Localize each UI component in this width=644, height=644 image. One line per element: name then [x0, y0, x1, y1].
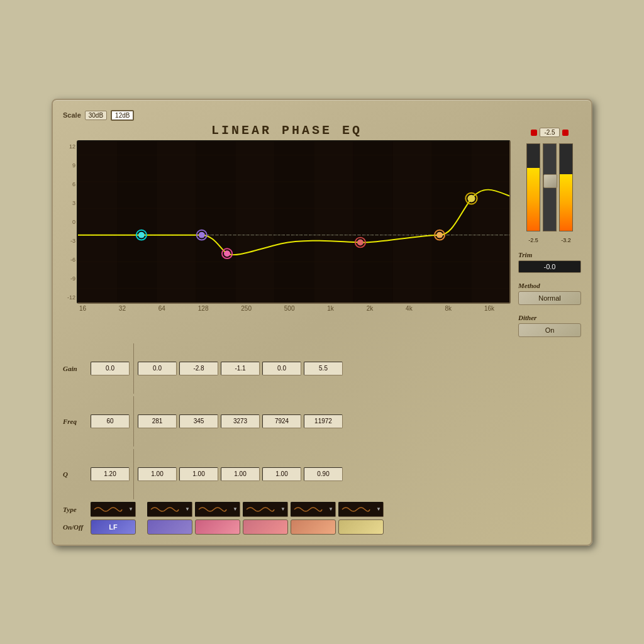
freq-128: 128 [198, 305, 209, 312]
type-label: Type [63, 506, 88, 513]
type-band3[interactable]: ▼ [195, 502, 240, 517]
method-label: Method [518, 282, 581, 289]
svg-rect-2 [118, 142, 157, 303]
type-band2[interactable]: ▼ [147, 502, 192, 517]
dither-button[interactable]: On [518, 323, 581, 337]
db-n12: -12 [63, 294, 75, 301]
controls-section: Gain Freq Q [63, 343, 581, 535]
method-section: Method Normal [518, 282, 581, 305]
type-band6[interactable]: ▼ [338, 502, 384, 517]
band-controls: Gain Freq Q [63, 343, 581, 535]
type-band1[interactable]: ▼ [91, 502, 136, 517]
type-band5[interactable]: ▼ [291, 502, 336, 517]
onoff-band3[interactable] [195, 519, 240, 535]
db-0: 0 [63, 219, 75, 225]
trim-value[interactable]: -0.0 [518, 260, 581, 273]
left-meter-num: -2.5 [526, 237, 540, 243]
freq-band4[interactable] [221, 414, 260, 428]
fader-thumb[interactable] [543, 174, 557, 188]
svg-rect-6 [275, 142, 314, 303]
onoff-band2[interactable] [147, 519, 192, 535]
right-meter-fill [560, 174, 572, 231]
freq-1k: 1k [327, 305, 334, 312]
q-band3[interactable] [179, 467, 218, 481]
svg-rect-3 [157, 142, 196, 303]
freq-row: Freq [63, 396, 581, 447]
freq-band3[interactable] [179, 414, 218, 428]
type-arrow2: ▼ [185, 506, 190, 512]
q-band2[interactable] [138, 467, 177, 481]
eq-with-labels: 12 9 6 3 0 -3 -6 -9 -12 [63, 140, 511, 304]
svg-rect-7 [314, 142, 353, 303]
left-meter-track [526, 143, 540, 231]
svg-rect-9 [392, 142, 432, 303]
left-clip-indicator [531, 130, 537, 136]
dither-label: Dither [518, 314, 581, 321]
gain-band1[interactable] [91, 362, 130, 375]
right-clip-indicator [562, 130, 569, 136]
q-band6[interactable] [304, 467, 343, 481]
scale-30db-btn[interactable]: 30dB [85, 111, 107, 120]
db-12: 12 [63, 143, 75, 150]
svg-rect-4 [196, 142, 236, 303]
q-label: Q [63, 470, 88, 478]
q-band5[interactable] [262, 467, 301, 481]
svg-point-28 [436, 231, 443, 238]
q-band4[interactable] [221, 467, 260, 481]
freq-labels: 16 32 64 128 250 500 1k 2k 4k 8k 16k [63, 304, 511, 313]
eq-section: Scale 30dB 12dB LINEAR PHASE EQ 12 9 6 3… [63, 110, 511, 313]
db-n9: -9 [63, 275, 75, 282]
freq-32: 32 [119, 305, 126, 312]
onoff-label: On/Off [63, 523, 88, 531]
freq-2k: 2k [367, 305, 374, 312]
type-band4[interactable]: ▼ [243, 502, 288, 517]
freq-label: Freq [63, 418, 88, 425]
separator1 [133, 343, 134, 394]
scale-12db-btn[interactable]: 12dB [111, 110, 134, 121]
svg-rect-8 [353, 142, 393, 303]
gain-band4[interactable] [221, 362, 260, 375]
eq-display[interactable] [77, 140, 511, 304]
left-meter-value: -2.5 [540, 128, 559, 137]
onoff-band5[interactable] [291, 519, 336, 535]
gain-label: Gain [63, 365, 88, 372]
freq-64: 64 [158, 305, 165, 312]
onoff-band6[interactable] [338, 519, 384, 535]
db-n6: -6 [63, 257, 75, 263]
gain-band5[interactable] [262, 362, 301, 375]
type-arrow4: ▼ [280, 506, 286, 512]
svg-point-22 [199, 231, 205, 238]
svg-point-30 [467, 194, 475, 202]
type-arrow1: ▼ [128, 506, 133, 512]
gain-band6[interactable] [304, 362, 343, 375]
q-row: Q [63, 449, 581, 499]
svg-point-24 [224, 250, 230, 257]
separator3 [133, 449, 134, 499]
eq-canvas [78, 142, 509, 303]
db-n3: -3 [63, 238, 75, 244]
right-meter-num: -3.2 [559, 237, 573, 243]
onoff-band4[interactable] [243, 519, 288, 535]
onoff-band1[interactable]: LF [91, 519, 136, 535]
meter-top-row: -2.5 [518, 128, 581, 137]
method-button[interactable]: Normal [518, 291, 581, 305]
gain-band3[interactable] [179, 362, 218, 375]
freq-band1[interactable] [91, 414, 130, 428]
q-band1[interactable] [91, 467, 130, 481]
left-meter-fill [527, 168, 540, 230]
fader-track[interactable] [543, 143, 557, 231]
gain-band2[interactable] [138, 362, 177, 375]
dither-section: Dither On [518, 314, 581, 337]
onoff-row: On/Off LF [63, 519, 581, 535]
db-labels: 12 9 6 3 0 -3 -6 -9 -12 [63, 140, 75, 304]
freq-band6[interactable] [304, 414, 343, 428]
top-section: Scale 30dB 12dB LINEAR PHASE EQ 12 9 6 3… [63, 110, 581, 337]
scale-label: Scale [63, 111, 81, 119]
freq-16k: 16k [484, 305, 494, 312]
svg-rect-11 [471, 142, 509, 303]
db-6: 6 [63, 181, 75, 187]
freq-band5[interactable] [262, 414, 301, 428]
freq-band2[interactable] [138, 414, 177, 428]
plugin-container: Scale 30dB 12dB LINEAR PHASE EQ 12 9 6 3… [52, 99, 592, 546]
type-arrow6: ▼ [376, 506, 381, 512]
